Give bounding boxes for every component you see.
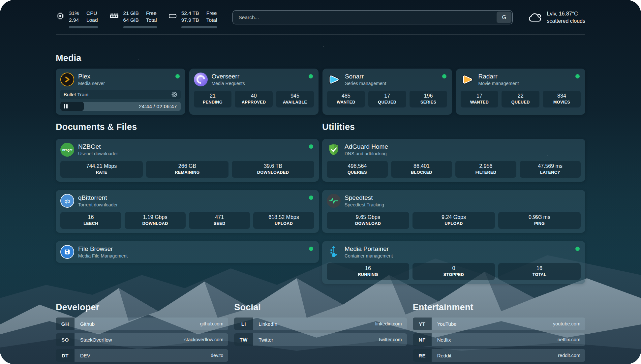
stat-label: RUNNING xyxy=(328,272,408,277)
memory-total-label: Total xyxy=(146,17,157,23)
stat-tile: 266 GBREMAINING xyxy=(146,161,229,178)
stat-tile: 618.52 MbpsUPLOAD xyxy=(253,212,314,229)
section-title-media: Media xyxy=(56,53,585,63)
adguard-title: AdGuard Home xyxy=(345,143,388,150)
disk-total-value: 97.9 TB xyxy=(181,17,199,23)
search-engine-button[interactable]: G xyxy=(497,12,511,23)
cpu-usage-value: 31% xyxy=(69,10,79,16)
card-portainer[interactable]: Media Portainer Container management 16R… xyxy=(322,241,585,284)
stat-value: 22 xyxy=(503,93,538,99)
stat-value: 744.21 Mbps xyxy=(62,163,141,169)
stat-label: QUERIES xyxy=(328,170,386,175)
link-linkedin[interactable]: LI LinkedIn linkedin.com xyxy=(234,318,407,330)
ram-icon xyxy=(109,12,119,20)
stat-label: DOWNLOAD xyxy=(126,221,184,226)
section-developer: Developer GH Github github.com SO StackO… xyxy=(56,302,228,364)
card-plex[interactable]: Plex Media server Bullet Train xyxy=(56,69,185,115)
section-entertainment: Entertainment YT YouTube youtube.com NF … xyxy=(413,302,585,364)
card-overseerr[interactable]: Overseerr Media Requests 21PENDING 40APP… xyxy=(189,69,319,115)
plex-subtitle: Media server xyxy=(78,81,105,86)
link-domain: twitter.com xyxy=(379,333,407,346)
card-adguard[interactable]: AdGuard Home DNS and adblocking 498,564Q… xyxy=(322,139,585,182)
stat-value: 618.52 Mbps xyxy=(255,214,313,220)
stat-label: MOVIES xyxy=(544,100,579,105)
stat-value: 2,956 xyxy=(457,163,515,169)
stat-tile: 39.6 TBDOWNLOADED xyxy=(232,161,314,178)
stat-tile: 22QUEUED xyxy=(502,91,539,107)
cpu-label: CPU xyxy=(86,10,98,16)
link-stackoverflow[interactable]: SO StackOverflow stackoverflow.com xyxy=(56,333,228,346)
cpu-progress-track xyxy=(69,26,98,28)
stat-tile: 16TOTAL xyxy=(498,263,581,280)
plex-progress-bar[interactable]: 24:44 / 02:06:47 xyxy=(60,102,181,111)
link-domain: dev.to xyxy=(211,349,228,362)
stat-tile: 498,564QUERIES xyxy=(327,161,388,178)
stat-label: SERIES xyxy=(411,100,446,105)
memory-progress-track xyxy=(123,26,157,28)
stat-value: 47.569 ms xyxy=(521,163,579,169)
link-badge: TW xyxy=(234,333,253,346)
stat-value: 16 xyxy=(328,265,408,271)
stat-value: 16 xyxy=(500,265,579,271)
memory-free-label: Free xyxy=(146,10,157,16)
stat-value: 0.993 ms xyxy=(500,214,579,220)
stat-value: 196 xyxy=(411,93,446,99)
qbittorrent-icon-text: qb xyxy=(65,198,70,204)
link-name: Twitter xyxy=(253,333,379,346)
stat-tile: 17WANTED xyxy=(461,91,499,107)
radarr-title: Radarr xyxy=(478,73,519,80)
plex-time: 24:44 / 02:06:47 xyxy=(139,104,177,109)
section-social: Social LI LinkedIn linkedin.com TW Twitt… xyxy=(234,302,407,364)
stat-value: 86,401 xyxy=(392,163,451,169)
pause-icon[interactable] xyxy=(64,104,68,108)
nzbget-icon-text: nzbget xyxy=(62,148,73,152)
stat-label: DOWNLOAD xyxy=(328,221,408,226)
link-netflix[interactable]: NF Netflix netflix.com xyxy=(413,333,585,346)
link-reddit[interactable]: RE Reddit reddit.com xyxy=(413,349,585,362)
media-type-icon xyxy=(171,91,177,98)
stat-tile: 485WANTED xyxy=(327,91,365,107)
card-sonarr[interactable]: Sonarr Series management 485WANTED 17QUE… xyxy=(322,69,452,115)
stat-tile: 0STOPPED xyxy=(412,263,495,280)
stat-value: 16 xyxy=(62,214,120,220)
section-media: Media Plex Media server xyxy=(56,53,585,115)
portainer-subtitle: Container management xyxy=(345,253,393,258)
plex-title: Plex xyxy=(78,73,105,80)
stat-tile: 945AVAILABLE xyxy=(276,91,314,107)
filebrowser-subtitle: Media File Management xyxy=(78,253,128,258)
card-qbittorrent[interactable]: qb qBittorrent Torrent downloader 16LEEC… xyxy=(56,190,319,233)
link-youtube[interactable]: YT YouTube youtube.com xyxy=(413,318,585,330)
card-radarr[interactable]: Radarr Movie management 17WANTED 22QUEUE… xyxy=(456,69,586,115)
link-name: LinkedIn xyxy=(253,318,375,330)
link-badge: RE xyxy=(413,349,432,362)
stat-label: UPLOAD xyxy=(414,221,494,226)
filebrowser-title: File Browser xyxy=(78,245,128,253)
section-title-documents: Documents & Files xyxy=(56,122,319,132)
stat-label: REMAINING xyxy=(147,170,227,175)
disk-stat: 52.4 TB Free 97.9 TB Total xyxy=(168,10,217,28)
link-badge: DT xyxy=(56,349,75,362)
stat-label: PING xyxy=(500,221,579,226)
card-filebrowser[interactable]: File Browser Media File Management xyxy=(56,241,319,263)
link-dev[interactable]: DT DEV dev.to xyxy=(56,349,228,362)
stat-value: 485 xyxy=(328,93,364,99)
plex-icon xyxy=(60,73,74,86)
speedtest-title: Speedtest xyxy=(345,194,384,201)
stat-label: LATENCY xyxy=(521,170,579,175)
cpu-load-value: 2.94 xyxy=(69,17,79,23)
portainer-icon xyxy=(327,245,341,259)
stat-value: 498,564 xyxy=(328,163,386,169)
card-nzbget[interactable]: nzbget NZBGet Usenet downloader 744.21 M… xyxy=(56,139,319,182)
card-speedtest[interactable]: Speedtest Speedtest Tracking 9.65 GbpsDO… xyxy=(322,190,585,233)
link-twitter[interactable]: TW Twitter twitter.com xyxy=(234,333,407,346)
sonarr-title: Sonarr xyxy=(345,73,386,80)
disk-icon xyxy=(168,12,177,20)
link-github[interactable]: GH Github github.com xyxy=(56,318,228,330)
stat-label: WANTED xyxy=(462,100,497,105)
stat-label: TOTAL xyxy=(500,272,579,277)
search-input[interactable] xyxy=(233,11,496,24)
header-divider xyxy=(56,35,585,35)
disk-progress-track xyxy=(181,26,217,28)
stat-tile: 86,401BLOCKED xyxy=(391,161,452,178)
memory-stat: 21 GiB Free 64 GiB Total xyxy=(109,10,157,28)
